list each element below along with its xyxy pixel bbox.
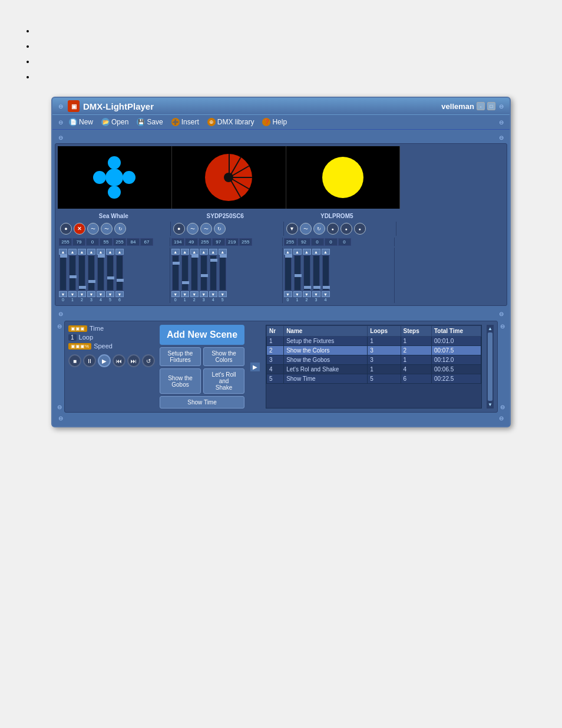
slider-up[interactable]: ▲ [171,249,180,255]
slider-up[interactable]: ▲ [293,249,302,255]
slider-track[interactable] [313,255,320,291]
slider-down[interactable]: ▼ [219,291,227,297]
setup-fixtures-button[interactable]: Setup theFixtures [160,347,201,366]
loop-button[interactable]: ↺ [142,354,155,367]
show-time-button[interactable]: Show Time [160,396,244,409]
slider-down[interactable]: ▼ [303,291,311,297]
ctrl-btn-3-2[interactable]: 〜 [300,223,312,235]
slider-track[interactable] [322,255,329,291]
slider-down[interactable]: ▼ [115,291,124,297]
slider-down[interactable]: ▼ [209,291,217,297]
slider-up[interactable]: ▲ [181,249,189,255]
menu-help[interactable]: ❓ Help [259,117,290,127]
table-row[interactable]: 4 Let's Rol and Shake 1 4 00:06.5 [267,365,481,374]
slider-track[interactable] [285,255,292,291]
ctrl-btn-1-2[interactable]: ✕ [74,223,85,235]
slider-down[interactable]: ▼ [78,291,86,297]
scene-play-arrow[interactable]: ▶ [250,363,260,371]
slider-up[interactable]: ▲ [312,249,320,255]
slider-up[interactable]: ▲ [97,249,105,255]
minimize-button[interactable]: - [477,102,485,110]
pause-button[interactable]: ⏸ [83,354,96,367]
show-colors-button[interactable]: Show theColors [203,347,244,366]
slider-up[interactable]: ▲ [209,249,217,255]
scroll-down[interactable]: ▼ [488,402,492,407]
ctrl-btn-2-3[interactable]: 〜 [200,223,212,235]
ctrl-btn-3-4[interactable]: ● [327,223,339,235]
slider-down[interactable]: ▼ [312,291,320,297]
slider-down[interactable]: ▼ [97,291,105,297]
slider-up[interactable]: ▲ [106,249,114,255]
ctrl-btn-3-3[interactable]: ↻ [313,223,325,235]
ctrl-btn-1-1[interactable]: ● [60,223,72,235]
slider-up[interactable]: ▲ [219,249,227,255]
slider-up[interactable]: ▲ [68,249,77,255]
ctrl-btn-2-1[interactable]: ● [173,223,185,235]
slider-down[interactable]: ▼ [106,291,114,297]
slider-up[interactable]: ▲ [200,249,208,255]
ctrl-btn-3-1[interactable]: ▼ [286,223,298,235]
ctrl-btn-1-5[interactable]: ↻ [114,223,126,235]
prev-scene-button[interactable]: ⏮ [113,354,125,367]
slider-down[interactable]: ▼ [181,291,189,297]
slider-down[interactable]: ▼ [171,291,180,297]
ctrl-btn-2-2[interactable]: 〜 [187,223,199,235]
lets-roll-shake-button[interactable]: Let's Roll andShake [203,368,244,394]
slider-up[interactable]: ▲ [322,249,330,255]
ctrl-btn-2-4[interactable]: ↻ [214,223,226,235]
slider-track[interactable] [200,255,207,291]
scroll-up[interactable]: ▲ [488,326,492,331]
play-button[interactable]: ▶ [98,354,111,367]
menu-dmx-library[interactable]: ⊕ DMX library [204,117,258,127]
slider-track[interactable] [59,255,67,291]
slider-up[interactable]: ▲ [303,249,311,255]
slider-track[interactable] [181,255,189,291]
menu-new[interactable]: 📄 New [65,117,97,127]
slider-down[interactable]: ▼ [200,291,208,297]
slider-track[interactable] [116,255,123,291]
slider-track[interactable] [97,255,104,291]
table-row[interactable]: 2 Show the Colors 3 2 00:07.5 [267,346,481,355]
slider-up[interactable]: ▲ [87,249,95,255]
slider-track[interactable] [191,255,198,291]
maximize-button[interactable]: □ [487,102,495,110]
slider-down[interactable]: ▼ [284,291,292,297]
slider-up[interactable]: ▲ [115,249,124,255]
stop-button[interactable]: ■ [68,354,81,367]
next-scene-button[interactable]: ⏭ [127,354,140,367]
slider-track[interactable] [219,255,226,291]
slider-down[interactable]: ▼ [59,291,67,297]
ctrl-btn-3-6[interactable]: ● [354,223,366,235]
slider-track[interactable] [172,255,179,291]
slider-track[interactable] [88,255,95,291]
ctrl-btn-1-4[interactable]: 〜 [101,223,113,235]
menu-open[interactable]: 📂 Open [98,117,132,127]
add-new-scene-button[interactable]: Add New Scene [160,325,244,345]
slider-down[interactable]: ▼ [293,291,302,297]
slider-down[interactable]: ▼ [190,291,199,297]
slider-up[interactable]: ▲ [78,249,86,255]
menu-insert[interactable]: ➕ Insert [168,117,203,127]
slider-down[interactable]: ▼ [322,291,330,297]
slider-track[interactable] [210,255,217,291]
table-row[interactable]: 5 Show Time 5 6 00:22.5 [267,374,481,384]
scene-buttons: Add New Scene Setup theFixtures Show the… [160,325,244,409]
slider-track[interactable] [294,255,301,291]
slider-down[interactable]: ▼ [87,291,95,297]
slider-up[interactable]: ▲ [190,249,199,255]
slider-up[interactable]: ▲ [284,249,292,255]
slider-track[interactable] [69,255,76,291]
scrollbar[interactable]: ▲ ▼ [487,325,494,409]
slider-up[interactable]: ▲ [59,249,67,255]
slider-thumb [88,280,95,283]
slider-track[interactable] [303,255,310,291]
ctrl-btn-3-5[interactable]: ● [340,223,352,235]
table-row[interactable]: 1 Setup the Fixtures 1 1 00:01.0 [267,337,481,346]
slider-down[interactable]: ▼ [68,291,77,297]
ctrl-btn-1-3[interactable]: 〜 [87,223,99,235]
slider-track[interactable] [107,255,114,291]
table-row[interactable]: 3 Show the Gobos 3 1 00:12.0 [267,355,481,365]
menu-save[interactable]: 💾 Save [133,117,166,127]
show-gobos-button[interactable]: Show theGobos [160,368,201,394]
slider-track[interactable] [78,255,85,291]
